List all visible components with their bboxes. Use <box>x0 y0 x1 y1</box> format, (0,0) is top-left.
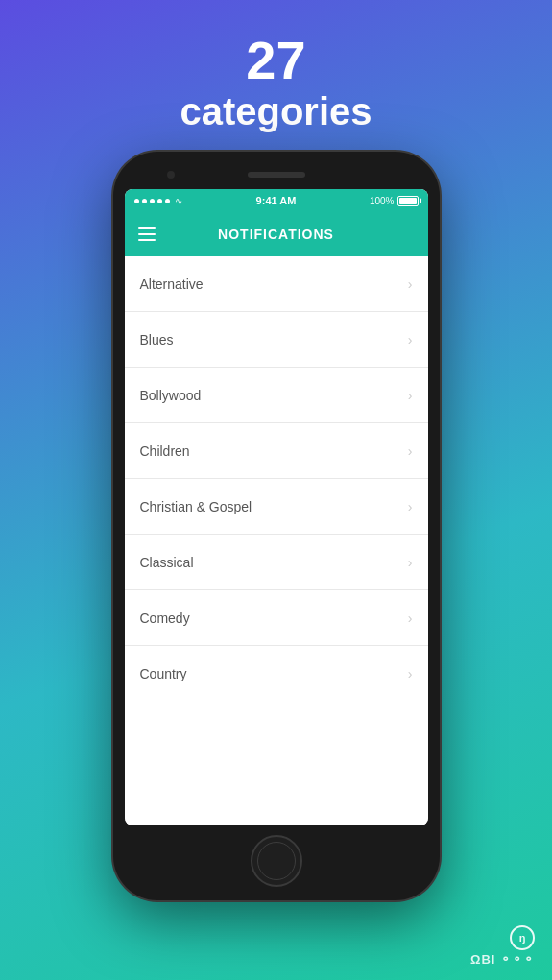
signal-dot-1 <box>134 199 139 203</box>
phone-top <box>125 165 428 185</box>
hamburger-menu[interactable] <box>138 227 156 241</box>
category-label: Bollywood <box>140 388 202 403</box>
list-item[interactable]: Classical › <box>125 535 428 590</box>
signal-dot-2 <box>142 199 147 203</box>
home-button-inner <box>257 842 296 880</box>
chevron-icon: › <box>408 555 413 570</box>
chevron-icon: › <box>408 443 413 459</box>
category-label: Children <box>140 443 190 459</box>
signal-dot-4 <box>157 199 162 203</box>
category-label: Alternative <box>140 276 204 292</box>
hamburger-line-3 <box>138 239 156 241</box>
chevron-icon: › <box>408 499 413 514</box>
battery-icon <box>397 196 419 206</box>
phone-camera <box>167 171 175 179</box>
signal-dot-3 <box>150 199 155 203</box>
nav-title: NOTIFICATIONS <box>218 227 334 242</box>
category-count: 27 <box>180 31 372 90</box>
header-section: 27 categories <box>180 31 372 132</box>
list-item[interactable]: Bollywood › <box>125 368 428 423</box>
status-left: ∿ <box>134 196 182 206</box>
status-time: 9:41 AM <box>256 195 297 206</box>
category-label: Classical <box>140 555 194 570</box>
list-item[interactable]: Christian & Gospel › <box>125 479 428 535</box>
status-bar: ∿ 9:41 AM 100% <box>125 189 428 212</box>
chevron-icon: › <box>408 388 413 403</box>
home-button[interactable] <box>251 835 302 887</box>
phone-speaker <box>248 172 305 178</box>
battery-percentage: 100% <box>370 196 395 206</box>
status-right: 100% <box>370 196 419 206</box>
list-item[interactable]: Blues › <box>125 312 428 368</box>
list-item[interactable]: Country › <box>125 646 428 702</box>
watermark-label: ΩΒΙ ⚬⚬⚬ <box>470 952 535 967</box>
phone-bottom <box>125 835 428 887</box>
wifi-icon: ∿ <box>175 196 182 206</box>
category-label: Blues <box>140 332 174 347</box>
hamburger-line-2 <box>138 233 156 235</box>
chevron-icon: › <box>408 276 413 292</box>
chevron-icon: › <box>408 332 413 347</box>
header-subtitle: categories <box>180 90 372 132</box>
signal-dot-5 <box>165 199 170 203</box>
battery-fill <box>399 198 417 204</box>
category-label: Comedy <box>140 610 190 626</box>
chevron-icon: › <box>408 610 413 626</box>
watermark: ŋ ΩΒΙ ⚬⚬⚬ <box>470 925 535 967</box>
category-label: Christian & Gospel <box>140 499 252 514</box>
list-item[interactable]: Children › <box>125 423 428 479</box>
nav-bar: NOTIFICATIONS <box>125 212 428 256</box>
phone-frame: ∿ 9:41 AM 100% NOTIFICATIONS Alternative <box>113 152 440 900</box>
watermark-icon: ŋ <box>510 925 535 950</box>
watermark-logo: ŋ <box>470 925 535 950</box>
list-item[interactable]: Alternative › <box>125 256 428 312</box>
chevron-icon: › <box>408 666 413 681</box>
phone-screen: ∿ 9:41 AM 100% NOTIFICATIONS Alternative <box>125 189 428 825</box>
hamburger-line-1 <box>138 227 156 229</box>
category-list: Alternative › Blues › Bollywood › Childr… <box>125 256 428 825</box>
category-label: Country <box>140 666 187 681</box>
list-item[interactable]: Comedy › <box>125 590 428 646</box>
